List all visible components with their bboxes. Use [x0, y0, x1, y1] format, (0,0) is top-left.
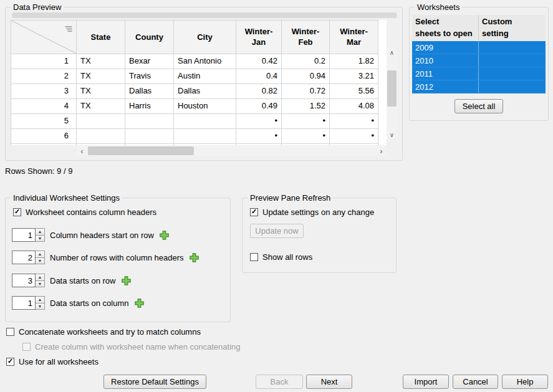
- spinner-down-icon[interactable]: ▼: [36, 280, 44, 287]
- worksheet-row[interactable]: 2009: [412, 41, 546, 54]
- table-cell: [236, 143, 282, 145]
- table-cell: [125, 128, 174, 143]
- import-button[interactable]: Import: [403, 375, 449, 389]
- column-header[interactable]: State: [77, 21, 125, 54]
- cancel-button[interactable]: Cancel: [453, 375, 498, 389]
- concatenate-worksheets-checkbox[interactable]: ✓ Concatenate worksheets and try to matc…: [6, 327, 201, 337]
- restore-default-settings-button[interactable]: Restore Default Settings: [103, 375, 206, 389]
- top-scrollbar[interactable]: [12, 12, 397, 18]
- add-button[interactable]: [189, 252, 200, 263]
- horizontal-scrollbar[interactable]: ‹ ›: [77, 146, 387, 156]
- update-now-button[interactable]: Update now: [250, 224, 304, 238]
- plus-icon: [189, 252, 200, 263]
- data-preview-title: Data Preview: [11, 2, 64, 12]
- data-starts-on-row-spinner-input[interactable]: [12, 274, 36, 287]
- next-button[interactable]: Next: [306, 375, 352, 389]
- worksheet-row[interactable]: 2011: [412, 67, 546, 80]
- checkbox-box: ✓: [6, 328, 14, 336]
- spinner-rows: ▲▼Column headers start on row▲▼Number of…: [6, 198, 230, 322]
- spinner-row: ▲▼Data starts on column: [12, 295, 145, 310]
- spinner-up-icon[interactable]: ▲: [36, 274, 44, 280]
- table-cell: Dallas: [174, 84, 236, 98]
- table-cell: 0.4: [236, 69, 282, 84]
- spinner-buttons: ▲▼: [36, 228, 45, 242]
- spinner-row: ▲▼Data starts on row: [12, 273, 132, 288]
- table-cell: •: [330, 113, 378, 128]
- column-header[interactable]: City: [174, 21, 236, 54]
- table-cell: •: [236, 113, 282, 128]
- individual-worksheet-settings-group: Individual Worksheet Settings ✓ Workshee…: [5, 198, 231, 322]
- plus-icon: [134, 298, 145, 308]
- worksheet-name: 2011: [412, 67, 479, 80]
- scroll-right-icon[interactable]: ›: [376, 146, 387, 156]
- table-cell: 1.82: [330, 54, 378, 69]
- table-cell: Austin: [174, 69, 236, 84]
- table-cell: 4.08: [330, 98, 378, 113]
- custom-setting-column-header: Custom setting: [479, 15, 546, 41]
- table-cell: [174, 143, 236, 145]
- table-row: 4TXHarrisHouston0.491.524.08: [11, 98, 378, 113]
- table-row: 5•••: [11, 113, 378, 128]
- data-preview-group: Data Preview StateCountyCityWinter- JanW…: [5, 7, 403, 161]
- preview-pane-refresh-group: Preview Pane Refresh ✓ Update settings o…: [242, 198, 397, 273]
- column-header[interactable]: County: [125, 21, 174, 54]
- spinner-up-icon[interactable]: ▲: [36, 229, 44, 235]
- filter-icon[interactable]: [64, 26, 73, 33]
- worksheet-custom-setting: [479, 54, 546, 67]
- select-all-button[interactable]: Select all: [454, 99, 503, 113]
- column-headers-start-row-spinner-input[interactable]: [12, 228, 36, 242]
- back-button[interactable]: Back: [256, 375, 303, 389]
- table-cell: [174, 113, 236, 128]
- worksheet-custom-setting: [479, 67, 546, 80]
- spinner-down-icon[interactable]: ▼: [36, 257, 44, 264]
- column-header[interactable]: Winter- Jan: [236, 21, 282, 54]
- scroll-left-icon[interactable]: ‹: [77, 146, 87, 156]
- table-cell: TX: [77, 54, 125, 69]
- select-sheets-column-header: Select sheets to open: [412, 15, 479, 41]
- table-cell: TX: [77, 98, 125, 113]
- column-header[interactable]: Winter- Feb: [282, 21, 330, 54]
- worksheet-custom-setting: [479, 41, 546, 54]
- worksheets-title: Worksheets: [415, 2, 462, 12]
- update-on-change-checkbox[interactable]: ✓ Update settings on any change: [250, 207, 374, 217]
- rows-with-column-headers-spinner-input[interactable]: [12, 251, 36, 264]
- table-cell: 0.2: [282, 54, 330, 69]
- horizontal-scrollbar-thumb[interactable]: [88, 146, 194, 155]
- table-cell: •: [282, 128, 330, 143]
- checkbox-label: Use for all worksheets: [19, 357, 99, 366]
- row-number: 4: [11, 98, 77, 113]
- rows-with-column-headers-spinner: ▲▼: [12, 251, 45, 264]
- data-starts-on-column-spinner: ▲▼: [12, 296, 45, 310]
- vertical-scrollbar-thumb[interactable]: [387, 70, 397, 107]
- worksheet-row[interactable]: 2010: [412, 54, 546, 67]
- scroll-up-icon[interactable]: ∧: [387, 47, 397, 57]
- spinner-up-icon[interactable]: ▲: [36, 251, 44, 257]
- checkbox-box: ✓: [6, 358, 14, 366]
- add-button[interactable]: [159, 229, 170, 241]
- checkbox-label: Create column with worksheet name when c…: [35, 342, 241, 351]
- checkbox-box: ✓: [250, 208, 258, 216]
- help-button[interactable]: Help: [502, 375, 548, 389]
- show-all-rows-checkbox[interactable]: ✓ Show all rows: [250, 252, 312, 262]
- use-for-all-worksheets-checkbox[interactable]: ✓ Use for all worksheets: [6, 356, 99, 366]
- spinner-up-icon[interactable]: ▲: [36, 297, 44, 303]
- spinner-down-icon[interactable]: ▼: [36, 303, 44, 310]
- worksheet-name: 2009: [412, 41, 479, 54]
- row-number: 6: [11, 128, 77, 143]
- scroll-down-icon[interactable]: ∨: [387, 130, 397, 140]
- spinner-label: Column headers start on row: [50, 231, 154, 240]
- worksheet-row[interactable]: 2012: [412, 80, 546, 93]
- column-headers-start-row-spinner: ▲▼: [12, 228, 45, 242]
- column-header[interactable]: Winter- Mar: [330, 21, 378, 54]
- row-number: 5: [11, 113, 77, 128]
- vertical-scrollbar[interactable]: ∧ ∨: [387, 47, 397, 140]
- worksheet-list: 2009201020112012: [412, 41, 546, 93]
- spinner-down-icon[interactable]: ▼: [36, 235, 44, 242]
- spinner-label: Data starts on row: [50, 276, 116, 285]
- table-cell: [77, 128, 125, 143]
- checkbox-box: ✓: [250, 253, 258, 261]
- data-starts-on-column-spinner-input[interactable]: [12, 296, 36, 310]
- table-cell: TX: [77, 84, 125, 98]
- add-button[interactable]: [133, 297, 145, 308]
- add-button[interactable]: [121, 275, 132, 286]
